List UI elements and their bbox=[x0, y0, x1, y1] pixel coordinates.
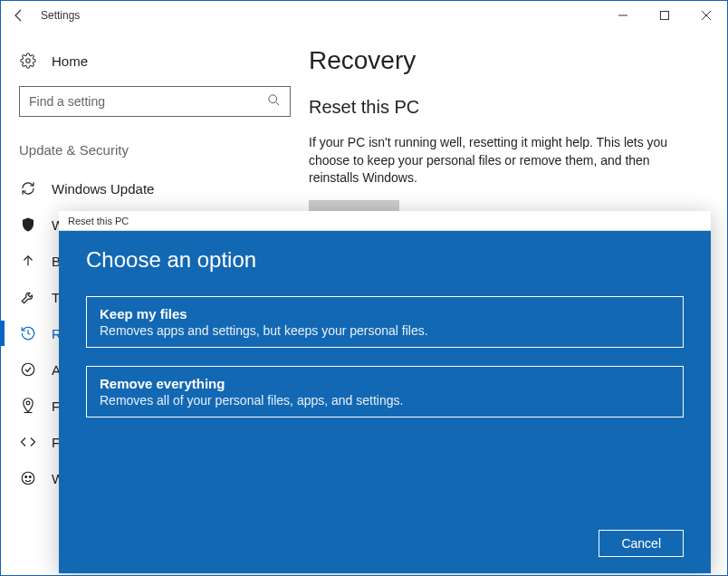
option-keep-my-files[interactable]: Keep my files Removes apps and settings,… bbox=[86, 296, 684, 348]
svg-point-12 bbox=[25, 476, 27, 478]
sidebar-item-windows-update[interactable]: Windows Update bbox=[1, 170, 291, 206]
option-desc: Removes apps and settings, but keeps you… bbox=[100, 323, 670, 338]
dialog-body: Choose an option Keep my files Removes a… bbox=[59, 231, 711, 573]
dialog-window-title: Reset this PC bbox=[68, 216, 129, 226]
dialog-titlebar: Reset this PC bbox=[59, 211, 711, 231]
refresh-icon bbox=[19, 179, 37, 197]
option-remove-everything[interactable]: Remove everything Removes all of your pe… bbox=[86, 366, 684, 418]
search-box[interactable] bbox=[19, 86, 291, 117]
phone-find-icon bbox=[19, 397, 37, 415]
maximize-button[interactable] bbox=[644, 1, 685, 30]
section-description: If your PC isn't running well, resetting… bbox=[309, 134, 689, 187]
window-controls bbox=[602, 1, 727, 30]
dialog-heading: Choose an option bbox=[86, 247, 684, 273]
sidebar-section-title: Update & Security bbox=[19, 142, 291, 158]
insider-icon bbox=[19, 469, 37, 487]
close-button[interactable] bbox=[685, 1, 727, 30]
option-title: Keep my files bbox=[100, 306, 670, 322]
code-icon bbox=[19, 433, 37, 451]
svg-point-5 bbox=[269, 94, 277, 102]
svg-line-6 bbox=[276, 101, 279, 104]
sidebar-home-label: Home bbox=[52, 53, 88, 69]
option-desc: Removes all of your personal files, apps… bbox=[100, 393, 670, 408]
option-title: Remove everything bbox=[100, 376, 670, 391]
wrench-icon bbox=[19, 288, 37, 306]
sidebar-item-label: Windows Update bbox=[52, 181, 154, 197]
check-circle-icon bbox=[19, 360, 37, 379]
section-subheading: Reset this PC bbox=[309, 97, 705, 118]
reset-pc-dialog: Reset this PC Choose an option Keep my f… bbox=[59, 211, 711, 573]
svg-rect-1 bbox=[661, 12, 669, 20]
svg-point-13 bbox=[29, 476, 31, 478]
dialog-footer: Cancel bbox=[86, 530, 684, 557]
svg-point-11 bbox=[22, 472, 34, 485]
gear-icon bbox=[19, 52, 37, 70]
search-input[interactable] bbox=[29, 94, 267, 109]
search-icon bbox=[267, 93, 281, 110]
titlebar-left: Settings bbox=[8, 5, 80, 26]
cancel-button[interactable]: Cancel bbox=[599, 530, 684, 557]
sidebar-home[interactable]: Home bbox=[19, 46, 291, 86]
svg-point-9 bbox=[26, 401, 30, 405]
svg-point-4 bbox=[26, 59, 31, 63]
window-title: Settings bbox=[41, 9, 80, 22]
minimize-button[interactable] bbox=[602, 1, 644, 30]
upload-icon bbox=[19, 252, 37, 270]
svg-point-8 bbox=[22, 363, 34, 376]
shield-icon bbox=[19, 216, 37, 234]
history-icon bbox=[19, 324, 37, 342]
back-button[interactable] bbox=[8, 5, 30, 26]
titlebar: Settings bbox=[1, 1, 727, 30]
page-heading: Recovery bbox=[309, 46, 705, 75]
